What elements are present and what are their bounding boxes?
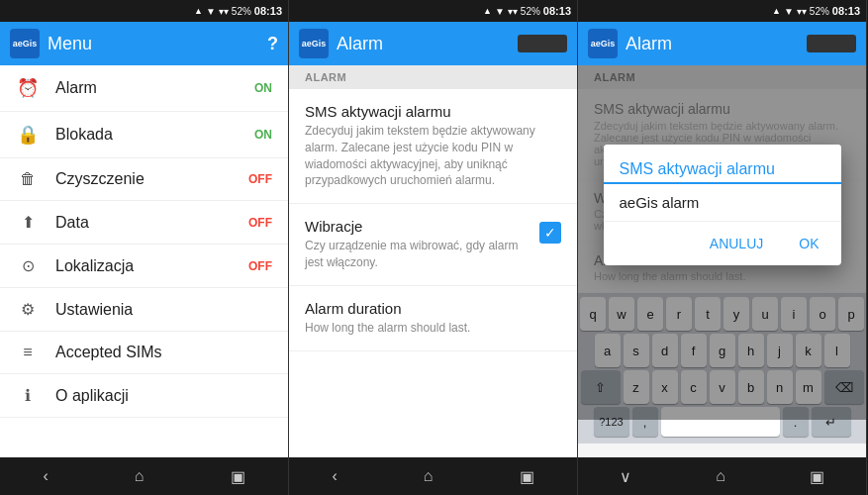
nav-bar-1: ‹ ⌂ ▣ xyxy=(0,457,288,495)
home-button-2[interactable]: ⌂ xyxy=(404,461,453,491)
sims-icon: ≡ xyxy=(16,344,40,361)
info-icon: ℹ xyxy=(16,386,40,405)
status-bar-1: ▲ ▼ ▾▾ 52% 08:13 xyxy=(0,0,288,22)
wifi-icon-3: ▼ xyxy=(784,6,794,17)
menu-item-blokada[interactable]: 🔒 Blokada ON xyxy=(0,112,288,158)
setting-sms[interactable]: SMS aktywacji alarmu Zdecyduj jakim teks… xyxy=(289,89,577,204)
logo-3: aeGis xyxy=(588,29,618,58)
menu-label-accepted-sims: Accepted SIMs xyxy=(55,344,272,361)
top-bar-1: aeGis Menu ? xyxy=(0,22,288,65)
top-bar-rect-3 xyxy=(807,35,856,52)
battery-level: 52% xyxy=(232,6,251,17)
menu-item-czyszczenie[interactable]: 🗑 Czyszczenie OFF xyxy=(0,158,288,201)
status-bar-2: ▲ ▼ ▾▾ 52% 08:13 xyxy=(289,0,577,22)
page-title-2: Alarm xyxy=(337,34,510,54)
dialog-input-value[interactable]: aeGis alarm xyxy=(604,184,841,222)
upload-icon: ⬆ xyxy=(16,213,40,232)
section-label-2: ALARM xyxy=(289,65,577,89)
menu-label-lokalizacja: Lokalizacja xyxy=(55,257,233,275)
status-icons-3: ▲ ▼ ▾▾ 52% 08:13 xyxy=(772,5,860,17)
top-bar-rect-2 xyxy=(518,35,567,52)
wifi-bars-icon-3: ▾▾ xyxy=(797,6,807,17)
panel-alarm-dialog: ▲ ▼ ▾▾ 52% 08:13 aeGis Alarm ALARM SMS a… xyxy=(578,0,867,495)
clock-3: 08:13 xyxy=(832,5,860,17)
trash-icon: 🗑 xyxy=(16,170,40,188)
lock-icon: 🔒 xyxy=(16,124,40,146)
back-button-2[interactable]: ‹ xyxy=(313,461,357,491)
panel3-inner: ALARM SMS aktywacji alarmu Zdecyduj jaki… xyxy=(578,65,866,457)
data-badge: OFF xyxy=(248,216,272,230)
setting-wibracje-desc: Czy urządzenie ma wibrować, gdy alarm je… xyxy=(305,238,528,271)
setting-wibracje-text: Wibracje Czy urządzenie ma wibrować, gdy… xyxy=(305,218,528,271)
menu-label-czyszczenie: Czyszczenie xyxy=(55,170,233,188)
battery-level-3: 52% xyxy=(810,6,829,17)
menu-label-ustawienia: Ustawienia xyxy=(55,301,272,319)
dialog-box: SMS aktywacji alarmu aeGis alarm Anuluj … xyxy=(604,145,841,265)
setting-wibracje-title: Wibracje xyxy=(305,218,528,235)
setting-sms-text: SMS aktywacji alarmu Zdecyduj jakim teks… xyxy=(305,103,561,189)
setting-alarm-duration-desc: How long the alarm should last. xyxy=(305,320,561,337)
dialog-overlay: SMS aktywacji alarmu aeGis alarm Anuluj … xyxy=(578,65,866,420)
location-icon: ⊙ xyxy=(16,256,40,275)
settings-list: SMS aktywacji alarmu Zdecyduj jakim teks… xyxy=(289,89,577,457)
menu-item-lokalizacja[interactable]: ⊙ Lokalizacja OFF xyxy=(0,245,288,288)
wibracje-checkbox[interactable]: ✓ xyxy=(539,222,561,244)
alarm-badge: ON xyxy=(254,81,272,95)
menu-label-blokada: Blokada xyxy=(55,126,239,144)
blokada-badge: ON xyxy=(254,128,272,142)
status-bar-3: ▲ ▼ ▾▾ 52% 08:13 xyxy=(578,0,866,22)
setting-sms-title: SMS aktywacji alarmu xyxy=(305,103,561,120)
setting-sms-desc: Zdecyduj jakim tekstem będzie aktywowany… xyxy=(305,123,561,189)
menu-item-o-aplikacji[interactable]: ℹ O aplikacji xyxy=(0,374,288,418)
battery-level-2: 52% xyxy=(521,6,540,17)
dialog-actions: Anuluj OK xyxy=(604,222,841,265)
clock-2: 08:13 xyxy=(543,5,571,17)
menu-item-ustawienia[interactable]: ⚙ Ustawienia xyxy=(0,288,288,332)
help-button[interactable]: ? xyxy=(267,34,278,54)
setting-wibracje[interactable]: Wibracje Czy urządzenie ma wibrować, gdy… xyxy=(289,204,577,286)
lokalizacja-badge: OFF xyxy=(248,259,272,273)
menu-label-o-aplikacji: O aplikacji xyxy=(55,387,272,405)
menu-label-alarm: Alarm xyxy=(55,79,239,97)
setting-alarm-duration-title: Alarm duration xyxy=(305,300,561,317)
clock: 08:13 xyxy=(254,5,282,17)
dialog-cancel-button[interactable]: Anuluj xyxy=(696,228,777,259)
menu-item-data[interactable]: ⬆ Data OFF xyxy=(0,201,288,245)
recent-button-2[interactable]: ▣ xyxy=(500,461,554,492)
setting-alarm-duration-text: Alarm duration How long the alarm should… xyxy=(305,300,561,337)
status-icons-1: ▲ ▼ ▾▾ 52% 08:13 xyxy=(194,5,282,17)
logo-2: aeGis xyxy=(299,29,329,58)
nav-bar-3: ∨ ⌂ ▣ xyxy=(578,457,866,495)
logo-1: aeGis xyxy=(10,29,40,58)
back-button-3[interactable]: ∨ xyxy=(600,461,651,492)
home-button-3[interactable]: ⌂ xyxy=(696,461,745,491)
setting-alarm-duration[interactable]: Alarm duration How long the alarm should… xyxy=(289,286,577,351)
page-title-3: Alarm xyxy=(626,34,799,54)
menu-item-accepted-sims[interactable]: ≡ Accepted SIMs xyxy=(0,332,288,374)
menu-item-alarm[interactable]: ⏰ Alarm ON xyxy=(0,65,288,112)
menu-label-data: Data xyxy=(55,214,233,232)
wifi-bars-icon-2: ▾▾ xyxy=(508,6,518,17)
top-bar-2: aeGis Alarm xyxy=(289,22,577,65)
dialog-ok-button[interactable]: OK xyxy=(785,228,832,259)
wifi-icon-2: ▼ xyxy=(495,6,505,17)
status-icons-2: ▲ ▼ ▾▾ 52% 08:13 xyxy=(483,5,571,17)
czyszczenie-badge: OFF xyxy=(248,172,272,186)
panel-alarm-settings: ▲ ▼ ▾▾ 52% 08:13 aeGis Alarm ALARM SMS a… xyxy=(289,0,578,495)
panel-menu: ▲ ▼ ▾▾ 52% 08:13 aeGis Menu ? ⏰ Alarm ON… xyxy=(0,0,289,495)
recent-button-3[interactable]: ▣ xyxy=(790,461,844,492)
home-button-1[interactable]: ⌂ xyxy=(115,461,164,491)
alarm-icon: ⏰ xyxy=(16,77,40,99)
signal-icon: ▲ xyxy=(194,6,203,16)
nav-bar-2: ‹ ⌂ ▣ xyxy=(289,457,577,495)
dialog-header: SMS aktywacji alarmu xyxy=(604,145,841,184)
page-title-1: Menu xyxy=(48,34,259,54)
top-bar-3: aeGis Alarm xyxy=(578,22,866,65)
recent-button-1[interactable]: ▣ xyxy=(211,461,265,492)
menu-list: ⏰ Alarm ON 🔒 Blokada ON 🗑 Czyszczenie OF… xyxy=(0,65,288,457)
signal-icon-3: ▲ xyxy=(772,6,781,16)
signal-icon-2: ▲ xyxy=(483,6,492,16)
wifi-icon: ▼ xyxy=(206,6,216,17)
wifi-bars-icon: ▾▾ xyxy=(219,6,229,17)
back-button-1[interactable]: ‹ xyxy=(24,461,68,491)
